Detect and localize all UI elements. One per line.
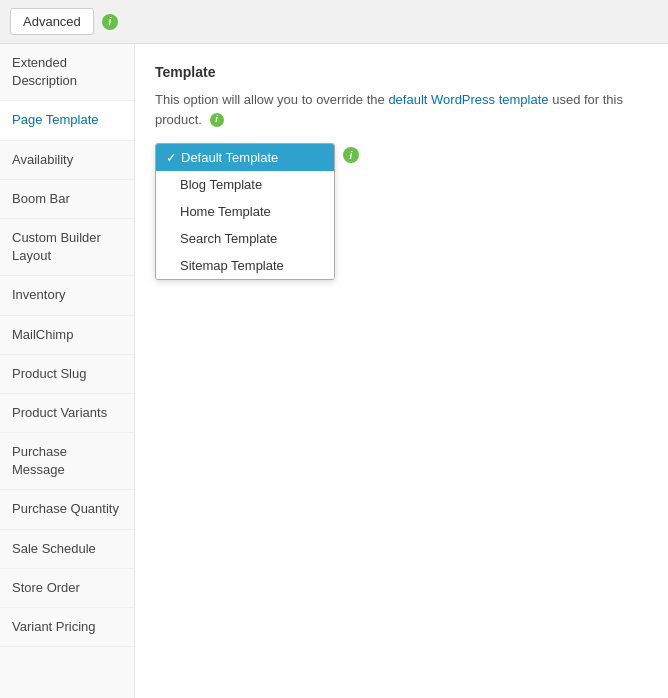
sidebar-item-product-slug[interactable]: Product Slug — [0, 355, 134, 394]
sidebar-item-purchase-message[interactable]: Purchase Message — [0, 433, 134, 490]
dropdown-option-search-template[interactable]: Search Template — [156, 225, 334, 252]
sidebar: Extended DescriptionPage TemplateAvailab… — [0, 44, 135, 698]
sidebar-item-inventory[interactable]: Inventory — [0, 276, 134, 315]
description-text: This option will allow you to override t… — [155, 90, 648, 129]
dropdown-wrapper: Default TemplateBlog TemplateHome Templa… — [155, 143, 335, 280]
content-panel: Template This option will allow you to o… — [135, 44, 668, 698]
default-template-link[interactable]: default WordPress template — [388, 92, 548, 107]
template-dropdown-info-icon[interactable]: i — [343, 147, 359, 163]
sidebar-item-custom-builder-layout[interactable]: Custom Builder Layout — [0, 219, 134, 276]
section-title: Template — [155, 64, 648, 80]
template-dropdown[interactable]: Default TemplateBlog TemplateHome Templa… — [155, 143, 335, 280]
sidebar-item-availability[interactable]: Availability — [0, 141, 134, 180]
template-info-icon-inline[interactable]: i — [210, 113, 224, 127]
advanced-button[interactable]: Advanced — [10, 8, 94, 35]
main-area: Extended DescriptionPage TemplateAvailab… — [0, 44, 668, 698]
sidebar-item-product-variants[interactable]: Product Variants — [0, 394, 134, 433]
dropdown-option-default-template[interactable]: Default Template — [156, 144, 334, 171]
sidebar-item-sale-schedule[interactable]: Sale Schedule — [0, 530, 134, 569]
sidebar-item-variant-pricing[interactable]: Variant Pricing — [0, 608, 134, 647]
page-wrapper: Advanced i Extended DescriptionPage Temp… — [0, 0, 668, 698]
top-bar: Advanced i — [0, 0, 668, 44]
template-row: Default TemplateBlog TemplateHome Templa… — [155, 143, 648, 280]
sidebar-item-purchase-quantity[interactable]: Purchase Quantity — [0, 490, 134, 529]
dropdown-option-blog-template[interactable]: Blog Template — [156, 171, 334, 198]
sidebar-item-boom-bar[interactable]: Boom Bar — [0, 180, 134, 219]
sidebar-item-mailchimp[interactable]: MailChimp — [0, 316, 134, 355]
sidebar-item-page-template[interactable]: Page Template — [0, 101, 134, 140]
dropdown-option-sitemap-template[interactable]: Sitemap Template — [156, 252, 334, 279]
dropdown-option-home-template[interactable]: Home Template — [156, 198, 334, 225]
advanced-info-icon[interactable]: i — [102, 14, 118, 30]
sidebar-item-extended-description[interactable]: Extended Description — [0, 44, 134, 101]
sidebar-item-store-order[interactable]: Store Order — [0, 569, 134, 608]
